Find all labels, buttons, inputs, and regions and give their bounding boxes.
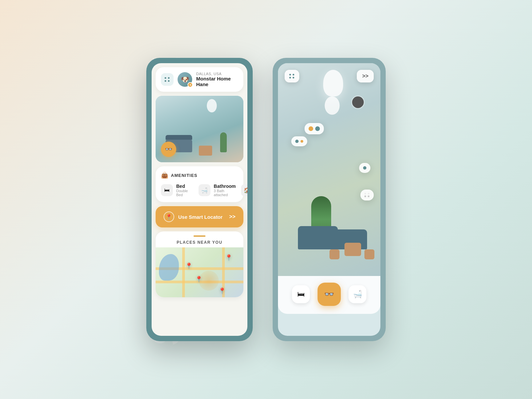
bed-name: Bed	[176, 184, 188, 189]
avatar-wrap: 🐶 ★	[178, 72, 192, 87]
ar-wall-art	[352, 96, 364, 108]
ar-menu-dots-icon	[289, 74, 295, 78]
amenity-bed: 🛏 Bed Double Bed	[161, 184, 188, 197]
bathroom-icon: 🛁	[201, 187, 208, 194]
bottom-bed-button[interactable]: 🛏	[292, 285, 310, 303]
map-water	[159, 254, 179, 281]
ar-top-controls: >>	[278, 70, 380, 82]
bed-icon: 🛏	[164, 187, 170, 193]
map-pin-4: 📍	[218, 287, 226, 295]
vr-icon: 👓	[165, 146, 172, 153]
ar-bubble-grid	[364, 193, 370, 197]
amenity-bathroom: 🛁 Bathroom 3 Bath attached	[199, 184, 236, 197]
map-pin-3: 📍	[195, 276, 202, 283]
ar-forward-button[interactable]: >>	[357, 70, 374, 82]
map-pin-1: 📍	[185, 262, 193, 270]
ar-menu-button[interactable]	[285, 70, 299, 82]
phone-right: >> 🛏 👓 🛁	[273, 58, 386, 341]
ar-bubble-dot-1	[295, 140, 299, 143]
room-image-card: 👓	[156, 96, 243, 162]
bathroom-subtitle: 3 Bath attached	[214, 189, 236, 197]
map-area[interactable]: 📍 📍 📍 📍	[156, 247, 243, 297]
map-card: PLACES NEAR YOU 📍 📍 📍 📍	[156, 231, 243, 297]
ar-bubble-sofa-info[interactable]	[360, 190, 374, 200]
ar-bubble-room-controls[interactable]	[291, 136, 307, 146]
home-icon-box: 🏠	[241, 184, 247, 196]
smart-locator-button[interactable]: 📍 Use Smart Locator >>	[156, 206, 243, 227]
phone-left: 🐶 ★ DALLAS, USA Monstar Home Hane	[146, 58, 253, 341]
color-swatch-orange	[309, 126, 313, 131]
ar-lamp-small	[325, 96, 340, 115]
menu-dots-icon	[165, 77, 170, 82]
screens-container: 🐶 ★ DALLAS, USA Monstar Home Hane	[146, 58, 386, 341]
avatar-badge: ★	[188, 82, 193, 87]
vr-tab-icon: 👓	[324, 290, 334, 299]
ar-bubble-table-info[interactable]	[359, 163, 370, 173]
phone-screen-left: 🐶 ★ DALLAS, USA Monstar Home Hane	[152, 63, 247, 336]
bottom-vr-button[interactable]: 👓	[318, 283, 341, 306]
ar-bubble-colors[interactable]	[305, 123, 324, 134]
amenities-row: 🛏 Bed Double Bed 🛁 Bathroom	[161, 184, 238, 197]
map-road-vertical-1	[182, 247, 185, 297]
ar-sofa-left	[298, 226, 338, 249]
ar-stool-right	[364, 249, 374, 259]
ar-coffee-table	[344, 243, 361, 256]
amenity-bed-text: Bed Double Bed	[176, 184, 188, 197]
ar-stool-left	[330, 249, 339, 259]
coffee-table	[199, 146, 212, 156]
header-text: DALLAS, USA Monstar Home Hane	[196, 72, 238, 87]
home-icon: 🏠	[244, 187, 247, 194]
ar-view: >>	[278, 63, 380, 276]
amenity-bathroom-text: Bathroom 3 Bath attached	[214, 184, 236, 197]
amenities-bag-icon: 👜	[161, 172, 168, 179]
bathroom-name: Bathroom	[214, 184, 236, 189]
amenities-header: 👜 AMENITIES	[161, 172, 238, 179]
header-card: 🐶 ★ DALLAS, USA Monstar Home Hane	[156, 67, 243, 92]
bottom-bath-button[interactable]: 🛁	[348, 285, 366, 303]
ceiling-lamp	[207, 99, 217, 112]
smart-locator-label: Use Smart Locator	[178, 214, 222, 220]
map-pin-2: 📍	[225, 254, 232, 261]
bed-tab-icon: 🛏	[297, 290, 305, 299]
locator-circle-icon: 📍	[164, 211, 174, 222]
map-header: PLACES NEAR YOU	[156, 231, 243, 247]
ar-bubble-dot-2	[363, 166, 366, 170]
user-name: Monstar Home Hane	[196, 76, 238, 87]
bathroom-icon-box: 🛁	[199, 184, 210, 196]
map-handle	[194, 235, 205, 237]
ar-bubble-dot-orange	[301, 140, 303, 143]
vr-button[interactable]: 👓	[161, 142, 176, 157]
color-swatch-teal	[315, 126, 320, 131]
smart-locator-left: 📍 Use Smart Locator	[164, 211, 222, 222]
ar-bottom-bar: 🛏 👓 🛁	[278, 276, 380, 314]
amenities-section: 👜 AMENITIES 🛏 Bed Double Bed	[156, 166, 243, 202]
bed-subtitle: Double Bed	[176, 189, 188, 197]
phone-screen-right: >> 🛏 👓 🛁	[278, 63, 380, 336]
places-near-label: PLACES NEAR YOU	[161, 240, 238, 245]
menu-dots-button[interactable]	[161, 73, 174, 86]
location-label: DALLAS, USA	[196, 72, 238, 76]
plant-decoration	[220, 132, 227, 152]
bath-tab-icon: 🛁	[353, 290, 362, 299]
amenities-title: AMENITIES	[171, 173, 198, 178]
chevron-right-icon: >>	[229, 214, 235, 220]
bed-icon-box: 🛏	[161, 184, 173, 196]
